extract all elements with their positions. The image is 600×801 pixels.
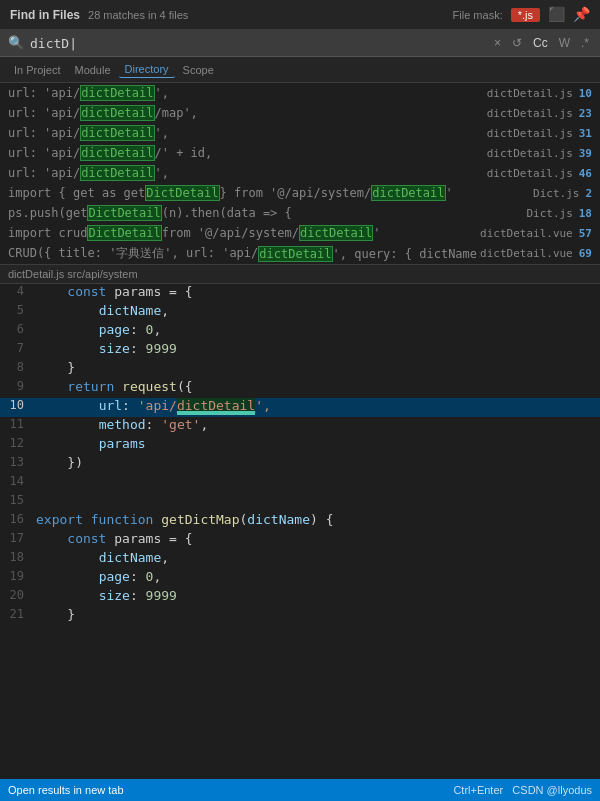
code-line: 11 method: 'get', <box>0 417 600 436</box>
result-meta: dictDetail.js 46 <box>487 167 592 180</box>
code-line-highlighted: 10 url: 'api/dictDetail', <box>0 398 600 417</box>
search-controls: × ↺ Cc W .* <box>491 35 592 51</box>
code-line: 19 page: 0, <box>0 569 600 588</box>
tab-directory[interactable]: Directory <box>119 61 175 78</box>
filter-icon[interactable]: ⬛ <box>548 6 565 23</box>
code-line: 8 } <box>0 360 600 379</box>
code-line: 6 page: 0, <box>0 322 600 341</box>
case-button[interactable]: Cc <box>530 35 551 51</box>
code-line: 12 params <box>0 436 600 455</box>
result-text-left: ps.push(getDictDetail(n).then(data => { <box>8 205 526 221</box>
refresh-button[interactable]: ↺ <box>509 35 525 51</box>
header-right: File mask: *.js ⬛ 📌 <box>453 6 590 23</box>
clear-button[interactable]: × <box>491 35 504 51</box>
search-bar: 🔍 dictD| × ↺ Cc W .* <box>0 30 600 57</box>
header-bar: Find in Files 28 matches in 4 files File… <box>0 0 600 30</box>
word-button[interactable]: W <box>556 35 573 51</box>
code-line: 15 <box>0 493 600 512</box>
result-text-left: url: 'api/dictDetail', <box>8 85 487 101</box>
result-text-left: url: 'api/dictDetail/' + id, <box>8 145 487 161</box>
result-item[interactable]: url: 'api/dictDetail/' + id, dictDetail.… <box>0 143 600 163</box>
status-bar: Open results in new tab Ctrl+Enter CSDN … <box>0 779 600 801</box>
result-item[interactable]: CRUD({ title: '字典送信', url: 'api/dictDeta… <box>0 243 600 264</box>
code-preview: 4 const params = { 5 dictName, 6 page: 0… <box>0 284 600 714</box>
panel-title: Find in Files <box>10 8 80 22</box>
result-item[interactable]: import crudDictDetail from '@/api/system… <box>0 223 600 243</box>
result-meta: Dict.js 2 <box>533 187 592 200</box>
code-line: 9 return request({ <box>0 379 600 398</box>
result-item[interactable]: url: 'api/dictDetail/map', dictDetail.js… <box>0 103 600 123</box>
result-text-left: url: 'api/dictDetail/map', <box>8 105 487 121</box>
result-text-left: import { get as getDictDetail } from '@/… <box>8 185 533 201</box>
code-line: 18 dictName, <box>0 550 600 569</box>
result-meta: dictDetail.vue 69 <box>480 247 592 260</box>
tab-module[interactable]: Module <box>68 62 116 78</box>
search-input[interactable]: dictD| <box>30 36 485 51</box>
result-item[interactable]: import { get as getDictDetail } from '@/… <box>0 183 600 203</box>
code-line: 4 const params = { <box>0 284 600 303</box>
code-line: 7 size: 9999 <box>0 341 600 360</box>
result-text-left: CRUD({ title: '字典送信', url: 'api/dictDeta… <box>8 245 480 262</box>
result-meta: dictDetail.vue 57 <box>480 227 592 240</box>
result-item[interactable]: url: 'api/dictDetail', dictDetail.js 31 <box>0 123 600 143</box>
results-list: url: 'api/dictDetail', dictDetail.js 10 … <box>0 83 600 265</box>
header-left: Find in Files 28 matches in 4 files <box>10 8 188 22</box>
code-file-header: dictDetail.js src/api/system <box>0 265 600 284</box>
match-count: 28 matches in 4 files <box>88 9 188 21</box>
result-text-left: url: 'api/dictDetail', <box>8 125 487 141</box>
result-meta: dictDetail.js 31 <box>487 127 592 140</box>
pin-icon[interactable]: 📌 <box>573 6 590 23</box>
result-item[interactable]: url: 'api/dictDetail', dictDetail.js 10 <box>0 83 600 103</box>
scope-tabs: In Project Module Directory Scope <box>0 57 600 83</box>
code-line: 13 }) <box>0 455 600 474</box>
result-item[interactable]: url: 'api/dictDetail', dictDetail.js 46 <box>0 163 600 183</box>
result-meta: dictDetail.js 10 <box>487 87 592 100</box>
file-mask-label: File mask: <box>453 9 503 21</box>
regex-button[interactable]: .* <box>578 35 592 51</box>
tab-scope[interactable]: Scope <box>177 62 220 78</box>
status-left: Open results in new tab <box>8 784 124 796</box>
result-item[interactable]: ps.push(getDictDetail(n).then(data => { … <box>0 203 600 223</box>
tab-in-project[interactable]: In Project <box>8 62 66 78</box>
code-line: 20 size: 9999 <box>0 588 600 607</box>
result-meta: dictDetail.js 39 <box>487 147 592 160</box>
file-mask-badge[interactable]: *.js <box>511 8 540 22</box>
code-line: 16 export function getDictMap(dictName) … <box>0 512 600 531</box>
code-line: 17 const params = { <box>0 531 600 550</box>
result-meta: Dict.js 18 <box>526 207 592 220</box>
result-meta: dictDetail.js 23 <box>487 107 592 120</box>
code-line: 21 } <box>0 607 600 626</box>
search-icon: 🔍 <box>8 35 24 51</box>
result-text-left: url: 'api/dictDetail', <box>8 165 487 181</box>
result-text-left: import crudDictDetail from '@/api/system… <box>8 225 480 241</box>
code-line: 14 <box>0 474 600 493</box>
status-right: Ctrl+Enter CSDN @llyodus <box>453 784 592 796</box>
code-line: 5 dictName, <box>0 303 600 322</box>
